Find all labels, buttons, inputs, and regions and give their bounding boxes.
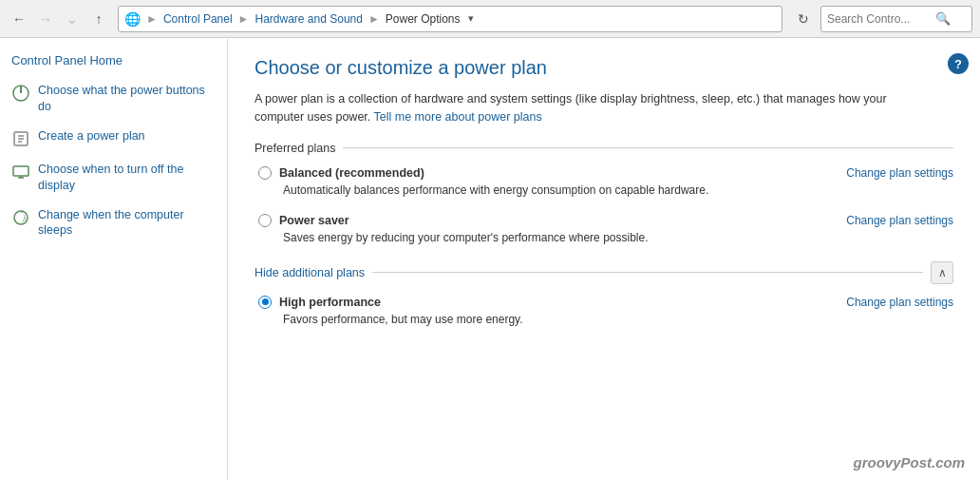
plan-high-performance-header: High performance Change plan settings bbox=[258, 296, 953, 309]
help-button[interactable]: ? bbox=[948, 53, 969, 74]
display-icon bbox=[11, 163, 30, 182]
plan-balanced-header: Balanced (recommended) Change plan setti… bbox=[258, 166, 953, 180]
plan-balanced: Balanced (recommended) Change plan setti… bbox=[254, 166, 953, 197]
plan-balanced-desc: Automatically balances performance with … bbox=[283, 183, 953, 197]
plan-power-saver-name: Power saver bbox=[279, 214, 349, 227]
sidebar-item-label: Choose what the power buttons do bbox=[38, 83, 216, 115]
svg-rect-6 bbox=[13, 166, 28, 176]
separator: ► bbox=[146, 12, 158, 26]
plan-power-saver-header: Power saver Change plan settings bbox=[258, 214, 953, 227]
sidebar-item-label: Create a power plan bbox=[38, 128, 145, 144]
description-text-1: A power plan is a collection of hardware… bbox=[254, 92, 887, 124]
plan-high-performance-name: High performance bbox=[279, 296, 381, 309]
separator: ► bbox=[238, 12, 250, 26]
sidebar-item-label: Change when the computer sleeps bbox=[38, 207, 216, 240]
up-button[interactable]: ↑ bbox=[87, 8, 110, 30]
watermark: groovyPost.com bbox=[853, 454, 965, 470]
dropdown-button[interactable]: ⌄ bbox=[61, 8, 84, 30]
plan-power-saver: Power saver Change plan settings Saves e… bbox=[254, 214, 953, 244]
create-plan-icon bbox=[11, 129, 30, 148]
sidebar-home-link[interactable]: Control Panel Home bbox=[11, 53, 216, 67]
plan-high-performance-change[interactable]: Change plan settings bbox=[846, 296, 953, 309]
tell-me-more-link[interactable]: Tell me more about power plans bbox=[374, 110, 542, 124]
back-button[interactable]: ← bbox=[8, 8, 30, 30]
preferred-plans-label: Preferred plans bbox=[254, 142, 335, 155]
main-layout: Control Panel Home Choose what the power… bbox=[0, 38, 980, 480]
sidebar-item-sleep[interactable]: Change when the computer sleeps bbox=[11, 207, 216, 240]
plan-balanced-left: Balanced (recommended) bbox=[258, 166, 424, 180]
search-icon[interactable]: 🔍 bbox=[935, 11, 951, 26]
title-bar: ← → ⌄ ↑ 🌐 ► Control Panel ► Hardware and… bbox=[0, 0, 980, 38]
search-box: 🔍 bbox=[820, 6, 972, 32]
refresh-button[interactable]: ↻ bbox=[790, 6, 817, 32]
additional-plans-header: Hide additional plans ∧ bbox=[254, 261, 953, 284]
address-dropdown[interactable]: ▾ bbox=[468, 12, 474, 25]
sleep-icon bbox=[11, 208, 30, 227]
separator: ► bbox=[368, 12, 380, 26]
plan-balanced-radio[interactable] bbox=[258, 166, 272, 180]
power-button-icon bbox=[11, 84, 30, 103]
plan-high-performance-radio[interactable] bbox=[258, 296, 272, 309]
section-divider bbox=[343, 147, 953, 148]
breadcrumb-current: Power Options bbox=[386, 12, 461, 26]
sidebar-item-label: Choose when to turn off the display bbox=[38, 162, 216, 194]
address-bar: 🌐 ► Control Panel ► Hardware and Sound ►… bbox=[118, 6, 782, 32]
additional-plans-label[interactable]: Hide additional plans bbox=[254, 266, 365, 279]
content-area: ? Choose or customize a power plan A pow… bbox=[228, 38, 980, 480]
sidebar: Control Panel Home Choose what the power… bbox=[0, 38, 228, 480]
preferred-plans-header: Preferred plans bbox=[254, 142, 953, 155]
globe-icon: 🌐 bbox=[124, 11, 141, 27]
breadcrumb-hardware-sound[interactable]: Hardware and Sound bbox=[255, 12, 363, 26]
plan-power-saver-change[interactable]: Change plan settings bbox=[846, 214, 953, 227]
breadcrumb-control-panel[interactable]: Control Panel bbox=[163, 12, 233, 26]
plan-balanced-change[interactable]: Change plan settings bbox=[846, 166, 953, 180]
section-divider bbox=[372, 272, 923, 273]
sidebar-item-display[interactable]: Choose when to turn off the display bbox=[11, 162, 216, 194]
plan-high-performance-left: High performance bbox=[258, 296, 381, 309]
plan-high-performance: High performance Change plan settings Fa… bbox=[254, 296, 953, 326]
sidebar-item-create-plan[interactable]: Create a power plan bbox=[11, 128, 216, 148]
toggle-additional-plans-button[interactable]: ∧ bbox=[931, 261, 953, 284]
plan-power-saver-left: Power saver bbox=[258, 214, 349, 227]
plan-high-performance-desc: Favors performance, but may use more ene… bbox=[283, 313, 953, 326]
plan-power-saver-radio[interactable] bbox=[258, 214, 272, 227]
search-input[interactable] bbox=[827, 12, 932, 26]
plan-balanced-name: Balanced (recommended) bbox=[279, 166, 424, 180]
sidebar-item-power-buttons[interactable]: Choose what the power buttons do bbox=[11, 83, 216, 115]
forward-button[interactable]: → bbox=[34, 8, 57, 30]
plan-power-saver-desc: Saves energy by reducing your computer's… bbox=[283, 231, 953, 244]
page-title: Choose or customize a power plan bbox=[254, 57, 953, 79]
watermark-text: groovyPost.com bbox=[853, 454, 965, 470]
content-description: A power plan is a collection of hardware… bbox=[254, 90, 919, 126]
